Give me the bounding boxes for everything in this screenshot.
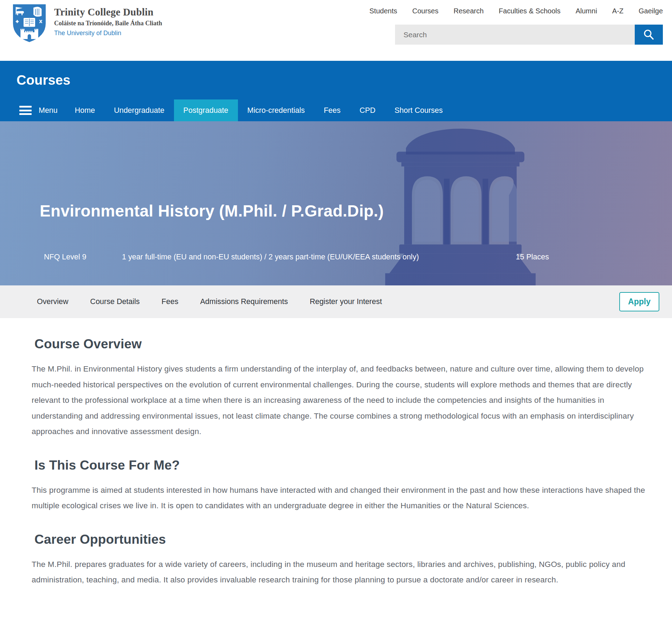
tcd-logo[interactable]: Trinity College Dublin Coláiste na Tríon…: [12, 4, 162, 43]
top-nav: Students Courses Research Faculties & Sc…: [311, 7, 663, 15]
top-nav-gaeilge[interactable]: Gaeilge: [639, 7, 663, 15]
search-button[interactable]: [635, 25, 663, 45]
site-header: Trinity College Dublin Coláiste na Tríon…: [0, 0, 672, 61]
tcd-crest-icon: [12, 4, 46, 43]
section-heading: Is This Course For Me?: [34, 458, 646, 473]
subnav-overview[interactable]: Overview: [37, 297, 69, 306]
search-box: [395, 25, 663, 45]
page: Trinity College Dublin Coláiste na Tríon…: [0, 0, 672, 639]
section-heading: Career Opportunities: [34, 532, 646, 547]
section-is-this-course-for-me: Is This Course For Me? This programme is…: [32, 458, 646, 514]
course-duration: 1 year full-time (EU and non-EU students…: [122, 253, 419, 262]
logo-tagline: The University of Dublin: [54, 30, 162, 37]
nfq-level: NFQ Level 9: [44, 253, 122, 262]
subnav-fees[interactable]: Fees: [162, 297, 179, 306]
section-body: The M.Phil. prepares graduates for a wid…: [32, 557, 646, 588]
subnav-register-interest[interactable]: Register your Interest: [310, 297, 382, 306]
section-heading: Course Overview: [34, 337, 646, 351]
course-subnav: Overview Course Details Fees Admissions …: [0, 285, 672, 318]
top-nav-research[interactable]: Research: [453, 7, 484, 15]
subnav-admissions-requirements[interactable]: Admissions Requirements: [200, 297, 288, 306]
section-body: The M.Phil. in Environmental History giv…: [32, 361, 646, 440]
course-title: Environmental History (M.Phil. / P.Grad.…: [40, 201, 654, 220]
hamburger-icon: [19, 106, 32, 115]
course-meta: NFQ Level 9 1 year full-time (EU and non…: [44, 253, 672, 262]
search-area: [311, 25, 663, 45]
hero: Environmental History (M.Phil. / P.Grad.…: [0, 121, 672, 285]
logo-title: Trinity College Dublin: [54, 6, 162, 18]
section-body: This programme is aimed at students inte…: [32, 483, 646, 514]
menu-label[interactable]: Menu: [39, 106, 58, 115]
menu-item-micro-credentials[interactable]: Micro-credentials: [238, 99, 315, 121]
top-nav-alumni[interactable]: Alumni: [576, 7, 597, 15]
courses-banner: Courses Menu Home Undergraduate Postgrad…: [0, 61, 672, 121]
section-career-opportunities: Career Opportunities The M.Phil. prepare…: [32, 532, 646, 588]
top-nav-courses[interactable]: Courses: [412, 7, 438, 15]
banner-title: Courses: [17, 73, 70, 88]
top-nav-students[interactable]: Students: [369, 7, 397, 15]
menu-toggle[interactable]: Menu: [12, 99, 65, 121]
logo-subtitle-irish: Coláiste na Tríonóide, Baile Átha Cliath: [54, 20, 162, 27]
search-icon: [643, 29, 655, 41]
menu-item-home[interactable]: Home: [65, 99, 104, 121]
logo-text: Trinity College Dublin Coláiste na Tríon…: [54, 4, 162, 37]
menu-item-short-courses[interactable]: Short Courses: [385, 99, 452, 121]
main-content: Course Overview The M.Phil. in Environme…: [0, 318, 672, 627]
header-right: Students Courses Research Faculties & Sc…: [311, 7, 663, 45]
subnav-course-details[interactable]: Course Details: [90, 297, 140, 306]
section-course-overview: Course Overview The M.Phil. in Environme…: [32, 337, 646, 440]
top-nav-faculties-schools[interactable]: Faculties & Schools: [499, 7, 561, 15]
courses-menu: Menu Home Undergraduate Postgraduate Mic…: [0, 99, 672, 121]
search-input[interactable]: [395, 25, 635, 45]
course-places: 15 Places: [516, 253, 549, 262]
menu-item-undergraduate[interactable]: Undergraduate: [104, 99, 174, 121]
menu-item-fees[interactable]: Fees: [314, 99, 350, 121]
menu-item-cpd[interactable]: CPD: [350, 99, 385, 121]
menu-item-postgraduate[interactable]: Postgraduate: [174, 99, 238, 121]
top-nav-a-z[interactable]: A-Z: [612, 7, 623, 15]
apply-button[interactable]: Apply: [619, 292, 659, 311]
